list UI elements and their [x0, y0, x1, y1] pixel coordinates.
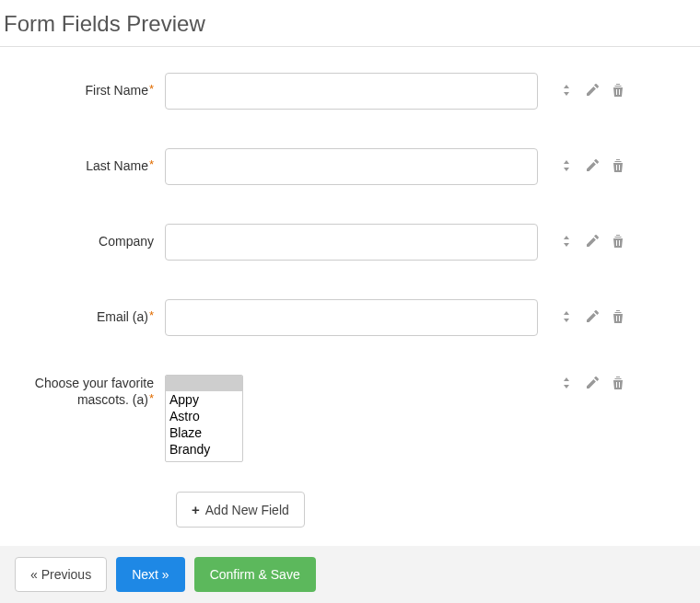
edit-icon[interactable]	[584, 308, 601, 325]
required-indicator: *	[149, 308, 154, 322]
edit-icon[interactable]	[584, 157, 601, 174]
list-item[interactable]	[166, 376, 242, 391]
company-input[interactable]	[165, 224, 538, 261]
chevron-left-icon: «	[30, 567, 38, 582]
add-button-label: Add New Field	[205, 503, 289, 517]
field-row-company: Company	[4, 224, 696, 261]
field-label: Email (a)*	[4, 299, 165, 325]
required-indicator: *	[149, 82, 154, 96]
delete-icon[interactable]	[610, 308, 626, 325]
label-text: Email (a)	[97, 309, 148, 324]
list-item[interactable]: Blaze	[166, 424, 242, 441]
list-item[interactable]: Brandy	[166, 441, 242, 458]
edit-icon[interactable]	[584, 233, 601, 249]
delete-icon[interactable]	[610, 233, 626, 249]
label-text: Company	[99, 234, 154, 249]
footer-bar: « Previous Next » Confirm & Save	[0, 546, 700, 603]
mascots-listbox[interactable]: Appy Astro Blaze Brandy	[165, 375, 243, 462]
sort-icon[interactable]	[558, 82, 575, 99]
next-label: Next	[132, 567, 158, 582]
field-row-email: Email (a)*	[4, 299, 696, 336]
label-text: Last Name	[86, 158, 148, 173]
previous-label: Previous	[41, 567, 91, 582]
label-text: First Name	[85, 83, 147, 98]
next-button[interactable]: Next »	[116, 557, 184, 592]
sort-icon[interactable]	[558, 375, 575, 391]
first-name-input[interactable]	[165, 73, 538, 110]
sort-icon[interactable]	[558, 233, 575, 249]
page-title: Form Fields Preview	[0, 0, 700, 47]
delete-icon[interactable]	[610, 375, 626, 391]
add-new-field-button[interactable]: + Add New Field	[176, 492, 305, 528]
list-item[interactable]: Appy	[166, 391, 242, 408]
required-indicator: *	[149, 157, 154, 171]
email-input[interactable]	[165, 299, 538, 336]
previous-button[interactable]: « Previous	[15, 557, 107, 592]
field-row-first-name: First Name*	[4, 73, 696, 110]
field-label: Choose your favorite mascots. (a)*	[4, 375, 165, 408]
confirm-save-button[interactable]: Confirm & Save	[194, 557, 316, 592]
edit-icon[interactable]	[584, 375, 601, 391]
field-label: Last Name*	[4, 148, 165, 174]
delete-icon[interactable]	[610, 157, 626, 174]
field-row-mascots: Choose your favorite mascots. (a)* Appy …	[4, 375, 696, 462]
edit-icon[interactable]	[584, 82, 601, 99]
sort-icon[interactable]	[558, 157, 575, 174]
last-name-input[interactable]	[165, 148, 538, 185]
plus-icon: +	[192, 502, 200, 517]
confirm-label: Confirm & Save	[210, 567, 300, 582]
form-fields-area: First Name* Last Name*	[0, 47, 700, 528]
list-item[interactable]: Astro	[166, 408, 242, 424]
field-label: Company	[4, 224, 165, 249]
sort-icon[interactable]	[558, 308, 575, 325]
field-label: First Name*	[4, 73, 165, 99]
chevron-right-icon: »	[162, 567, 169, 582]
label-text: Choose your favorite mascots. (a)	[35, 376, 154, 407]
field-row-last-name: Last Name*	[4, 148, 696, 185]
required-indicator: *	[149, 391, 154, 405]
delete-icon[interactable]	[610, 82, 626, 99]
